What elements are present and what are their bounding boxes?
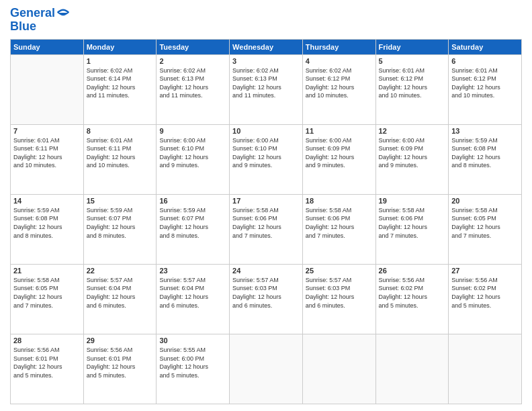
calendar-cell: 8Sunrise: 6:01 AMSunset: 6:11 PMDaylight…: [83, 124, 157, 194]
day-header-thursday: Thursday: [302, 39, 375, 54]
day-number: 5: [379, 57, 446, 65]
calendar-cell: 6Sunrise: 6:01 AMSunset: 6:12 PMDaylight…: [449, 54, 522, 124]
day-info: Sunrise: 6:01 AMSunset: 6:12 PMDaylight:…: [379, 66, 446, 100]
calendar-table: SundayMondayTuesdayWednesdayThursdayFrid…: [10, 39, 522, 404]
day-info: Sunrise: 5:58 AMSunset: 6:06 PMDaylight:…: [306, 206, 373, 240]
calendar-cell: 4Sunrise: 6:02 AMSunset: 6:12 PMDaylight…: [302, 54, 375, 124]
day-info: Sunrise: 6:00 AMSunset: 6:09 PMDaylight:…: [306, 136, 373, 170]
day-info: Sunrise: 5:56 AMSunset: 6:01 PMDaylight:…: [13, 346, 81, 379]
calendar-cell: 7Sunrise: 6:01 AMSunset: 6:11 PMDaylight…: [11, 124, 84, 194]
logo-text-general: General: [10, 7, 55, 20]
day-info: Sunrise: 5:59 AMSunset: 6:07 PMDaylight:…: [159, 206, 226, 240]
calendar-cell: 15Sunrise: 5:59 AMSunset: 6:07 PMDayligh…: [83, 194, 157, 264]
day-info: Sunrise: 6:01 AMSunset: 6:11 PMDaylight:…: [87, 136, 154, 170]
calendar-cell: [230, 334, 303, 404]
day-info: Sunrise: 5:55 AMSunset: 6:00 PMDaylight:…: [159, 346, 226, 379]
day-number: 23: [159, 267, 226, 275]
calendar-cell: [449, 334, 522, 404]
day-info: Sunrise: 5:57 AMSunset: 6:04 PMDaylight:…: [159, 276, 226, 310]
calendar-week-row: 21Sunrise: 5:58 AMSunset: 6:05 PMDayligh…: [11, 264, 522, 334]
day-number: 14: [13, 197, 81, 205]
calendar-cell: 1Sunrise: 6:02 AMSunset: 6:14 PMDaylight…: [83, 54, 157, 124]
day-info: Sunrise: 5:57 AMSunset: 6:03 PMDaylight:…: [232, 276, 300, 310]
calendar-cell: 2Sunrise: 6:02 AMSunset: 6:13 PMDaylight…: [157, 54, 230, 124]
day-number: 30: [159, 336, 226, 345]
day-info: Sunrise: 5:58 AMSunset: 6:06 PMDaylight:…: [232, 206, 300, 240]
day-number: 16: [159, 197, 226, 205]
day-info: Sunrise: 5:56 AMSunset: 6:02 PMDaylight:…: [451, 276, 519, 310]
day-number: 18: [306, 197, 373, 205]
calendar-cell: 22Sunrise: 5:57 AMSunset: 6:04 PMDayligh…: [83, 264, 157, 334]
calendar-cell: 17Sunrise: 5:58 AMSunset: 6:06 PMDayligh…: [230, 194, 303, 264]
day-info: Sunrise: 5:56 AMSunset: 6:02 PMDaylight:…: [379, 276, 446, 310]
logo-icon: [56, 6, 70, 19]
calendar-cell: 14Sunrise: 5:59 AMSunset: 6:08 PMDayligh…: [11, 194, 84, 264]
day-number: 19: [379, 197, 446, 205]
day-info: Sunrise: 5:58 AMSunset: 6:05 PMDaylight:…: [451, 206, 519, 240]
day-number: 2: [159, 57, 226, 65]
calendar-cell: 20Sunrise: 5:58 AMSunset: 6:05 PMDayligh…: [449, 194, 522, 264]
day-info: Sunrise: 5:57 AMSunset: 6:04 PMDaylight:…: [87, 276, 154, 310]
calendar-cell: [375, 334, 449, 404]
calendar-cell: 27Sunrise: 5:56 AMSunset: 6:02 PMDayligh…: [449, 264, 522, 334]
day-info: Sunrise: 6:00 AMSunset: 6:10 PMDaylight:…: [159, 136, 226, 170]
calendar-header-row: SundayMondayTuesdayWednesdayThursdayFrid…: [11, 39, 522, 54]
logo-text-blue: Blue: [10, 20, 70, 34]
day-number: 4: [306, 57, 373, 65]
calendar-week-row: 28Sunrise: 5:56 AMSunset: 6:01 PMDayligh…: [11, 334, 522, 404]
day-info: Sunrise: 6:02 AMSunset: 6:13 PMDaylight:…: [159, 66, 226, 100]
day-header-sunday: Sunday: [11, 39, 84, 54]
calendar-week-row: 1Sunrise: 6:02 AMSunset: 6:14 PMDaylight…: [11, 54, 522, 124]
day-info: Sunrise: 6:02 AMSunset: 6:14 PMDaylight:…: [87, 66, 154, 100]
calendar-cell: 29Sunrise: 5:56 AMSunset: 6:01 PMDayligh…: [83, 334, 157, 404]
calendar-cell: 18Sunrise: 5:58 AMSunset: 6:06 PMDayligh…: [302, 194, 375, 264]
calendar-week-row: 14Sunrise: 5:59 AMSunset: 6:08 PMDayligh…: [11, 194, 522, 264]
day-number: 29: [87, 336, 154, 345]
day-info: Sunrise: 5:59 AMSunset: 6:07 PMDaylight:…: [87, 206, 154, 240]
day-number: 28: [13, 336, 81, 345]
calendar-cell: 3Sunrise: 6:02 AMSunset: 6:13 PMDaylight…: [230, 54, 303, 124]
day-number: 22: [87, 267, 154, 275]
day-info: Sunrise: 5:59 AMSunset: 6:08 PMDaylight:…: [13, 206, 81, 240]
calendar-cell: 21Sunrise: 5:58 AMSunset: 6:05 PMDayligh…: [11, 264, 84, 334]
day-number: 12: [379, 127, 446, 135]
day-number: 10: [232, 127, 300, 135]
day-number: 26: [379, 267, 446, 275]
logo: General Blue: [10, 7, 70, 34]
calendar-cell: 19Sunrise: 5:58 AMSunset: 6:06 PMDayligh…: [375, 194, 449, 264]
calendar-cell: 23Sunrise: 5:57 AMSunset: 6:04 PMDayligh…: [157, 264, 230, 334]
calendar-week-row: 7Sunrise: 6:01 AMSunset: 6:11 PMDaylight…: [11, 124, 522, 194]
calendar-cell: 9Sunrise: 6:00 AMSunset: 6:10 PMDaylight…: [157, 124, 230, 194]
day-header-monday: Monday: [83, 39, 157, 54]
day-number: 3: [232, 57, 300, 65]
calendar-cell: [11, 54, 84, 124]
calendar-cell: 16Sunrise: 5:59 AMSunset: 6:07 PMDayligh…: [157, 194, 230, 264]
day-number: 6: [451, 57, 519, 65]
calendar-cell: 10Sunrise: 6:00 AMSunset: 6:10 PMDayligh…: [230, 124, 303, 194]
calendar-cell: 26Sunrise: 5:56 AMSunset: 6:02 PMDayligh…: [375, 264, 449, 334]
day-info: Sunrise: 5:59 AMSunset: 6:08 PMDaylight:…: [451, 136, 519, 170]
day-info: Sunrise: 5:58 AMSunset: 6:05 PMDaylight:…: [13, 276, 81, 310]
day-number: 13: [451, 127, 519, 135]
day-info: Sunrise: 6:01 AMSunset: 6:12 PMDaylight:…: [451, 66, 519, 100]
calendar-cell: 24Sunrise: 5:57 AMSunset: 6:03 PMDayligh…: [230, 264, 303, 334]
day-info: Sunrise: 5:58 AMSunset: 6:06 PMDaylight:…: [379, 206, 446, 240]
day-number: 8: [87, 127, 154, 135]
calendar-cell: 13Sunrise: 5:59 AMSunset: 6:08 PMDayligh…: [449, 124, 522, 194]
day-header-tuesday: Tuesday: [157, 39, 230, 54]
day-number: 15: [87, 197, 154, 205]
day-info: Sunrise: 6:00 AMSunset: 6:09 PMDaylight:…: [379, 136, 446, 170]
day-number: 1: [87, 57, 154, 65]
day-info: Sunrise: 5:57 AMSunset: 6:03 PMDaylight:…: [306, 276, 373, 310]
day-info: Sunrise: 6:00 AMSunset: 6:10 PMDaylight:…: [232, 136, 300, 170]
calendar-cell: 5Sunrise: 6:01 AMSunset: 6:12 PMDaylight…: [375, 54, 449, 124]
day-number: 9: [159, 127, 226, 135]
day-number: 21: [13, 267, 81, 275]
day-number: 17: [232, 197, 300, 205]
day-number: 11: [306, 127, 373, 135]
calendar-cell: 30Sunrise: 5:55 AMSunset: 6:00 PMDayligh…: [157, 334, 230, 404]
day-header-friday: Friday: [375, 39, 449, 54]
day-info: Sunrise: 6:01 AMSunset: 6:11 PMDaylight:…: [13, 136, 81, 170]
calendar-cell: 12Sunrise: 6:00 AMSunset: 6:09 PMDayligh…: [375, 124, 449, 194]
day-header-saturday: Saturday: [449, 39, 522, 54]
